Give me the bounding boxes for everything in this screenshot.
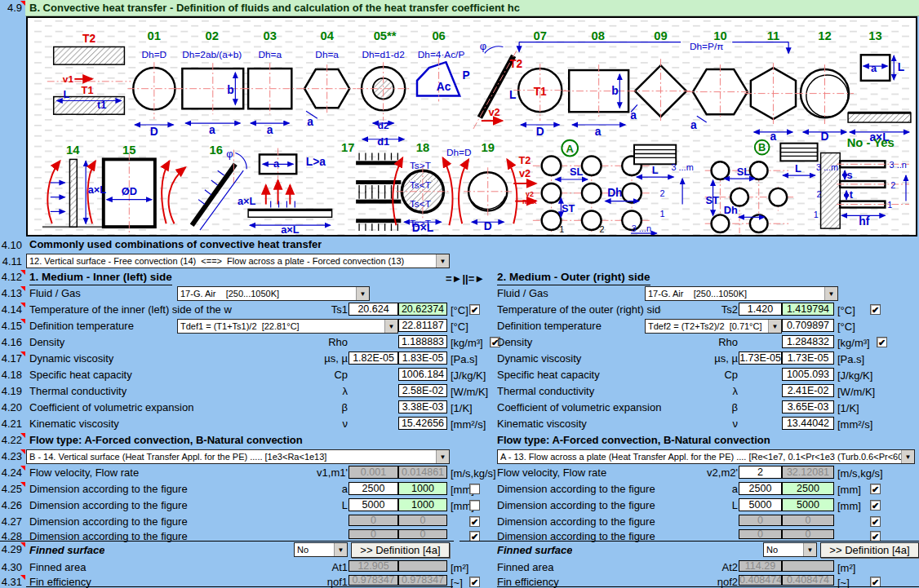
value-cell-left-4-16[interactable]: 1.188883 bbox=[398, 335, 447, 348]
finned-select-left[interactable]: No▼ bbox=[294, 542, 348, 557]
unit-label: [kg/m³] bbox=[837, 337, 870, 350]
diagram-label: L bbox=[795, 162, 801, 175]
diagram-label: 16 bbox=[209, 144, 222, 157]
value-cell-left-4-20[interactable]: 3.38E-03 bbox=[398, 400, 447, 413]
fluid-select-left[interactable]: 17-G. Air [250...1050K]▼ bbox=[177, 286, 370, 301]
flow-type-select-left[interactable]: B - 14. Vertical surface (Heat Transfer … bbox=[26, 449, 450, 464]
comment-flag bbox=[20, 542, 25, 547]
diagram-label: a bbox=[267, 124, 273, 136]
checkbox-right-4-14[interactable]: ✔ bbox=[870, 304, 881, 315]
checkbox-left-4-26[interactable] bbox=[469, 500, 480, 511]
checkbox-right-4-16[interactable]: ✔ bbox=[877, 337, 887, 347]
row-number-4-11: 4.11 bbox=[1, 255, 22, 267]
symbol-right-4-19: λ bbox=[663, 385, 738, 397]
field-label-right-4-20: Coefficient of volumetric expansion bbox=[497, 401, 661, 414]
diagram-label: D bbox=[821, 130, 829, 143]
field-label-left-4-16: Density bbox=[29, 336, 271, 349]
diagram-label: Dh=4·Ac/P bbox=[418, 49, 465, 60]
tdef-select-left[interactable]: Tdef1 = (T1+Ts1)/2 [22.81°C]▼ bbox=[177, 319, 398, 334]
diagram-label: Dh=D bbox=[142, 49, 167, 60]
value-cell-right-4-20[interactable]: 3.65E-03 bbox=[782, 400, 834, 413]
field-label-right-4-16: Density bbox=[497, 336, 661, 349]
comment-flag bbox=[20, 286, 25, 291]
unit-label: [1/K] bbox=[451, 402, 473, 415]
chevron-down-icon[interactable]: ▼ bbox=[803, 543, 816, 556]
value-cell-right-4-17[interactable]: 1.73E-05 bbox=[782, 351, 834, 365]
checkbox-right-4-27[interactable]: ✔ bbox=[870, 516, 881, 527]
input-cell-right-4-17[interactable]: 1.73E-05 bbox=[739, 351, 782, 365]
definition-button-right[interactable]: >> Definition [4a] bbox=[820, 542, 919, 558]
input-cell-right-4-24[interactable]: 2 bbox=[739, 466, 782, 479]
input-cell-right-4-31: 0.408474 bbox=[739, 575, 782, 586]
input-cell-right-4-25[interactable]: 2500 bbox=[739, 482, 782, 495]
comment-flag bbox=[20, 449, 25, 454]
value-cell-left-4-21[interactable]: 15.42656 bbox=[398, 417, 447, 430]
field-label-right-4-27: Dimension according to the figure bbox=[497, 515, 737, 528]
comment-flag bbox=[20, 575, 25, 580]
diagram-label: B bbox=[758, 141, 766, 153]
diagram-label: Ts<T bbox=[410, 199, 431, 210]
combination-select[interactable]: 12. Vertical surface - Free convection (… bbox=[26, 254, 450, 268]
finned-select-right[interactable]: No▼ bbox=[763, 542, 817, 557]
unit-label: [m/s,kg/s] bbox=[451, 467, 496, 480]
value-cell-right-4-30 bbox=[782, 560, 834, 572]
chevron-down-icon[interactable]: ▼ bbox=[436, 254, 449, 267]
unit-label: [mm] bbox=[837, 500, 861, 513]
chevron-down-icon[interactable]: ▼ bbox=[334, 543, 347, 556]
value-cell-right-4-18[interactable]: 1005.093 bbox=[782, 368, 834, 381]
row-number-4-13: 4.13 bbox=[1, 287, 22, 299]
field-label-right-4-19: Thermal conductivity bbox=[497, 385, 661, 398]
diagram-label: v1 bbox=[63, 73, 74, 85]
input-cell-left-4-25[interactable]: 2500 bbox=[349, 482, 398, 495]
value-cell-left-4-19[interactable]: 2.58E-02 bbox=[398, 384, 447, 397]
value-cell-right-4-21[interactable]: 13.44042 bbox=[782, 417, 834, 430]
chevron-down-icon[interactable]: ▼ bbox=[768, 320, 781, 333]
symbol-right-4-26: L bbox=[663, 499, 738, 511]
diagram-label: ST bbox=[705, 194, 719, 206]
fluid-select-right[interactable]: 17-G. Air [250...1050K]▼ bbox=[645, 286, 838, 301]
chevron-down-icon[interactable]: ▼ bbox=[436, 450, 449, 463]
checkbox-left-4-31[interactable]: ✔ bbox=[469, 577, 480, 587]
checkbox-left-4-25[interactable] bbox=[469, 484, 480, 494]
input-cell-left-4-14[interactable]: 20.624 bbox=[349, 303, 398, 316]
value-cell-right-4-19[interactable]: 2.41E-02 bbox=[782, 384, 834, 397]
chevron-down-icon[interactable]: ▼ bbox=[356, 287, 369, 300]
symbol-left-4-14: Ts1 bbox=[273, 303, 348, 316]
diagram-label: SL bbox=[570, 166, 584, 178]
value-cell-left-4-18[interactable]: 1006.184 bbox=[398, 368, 447, 381]
field-label-left-4-26: Dimension according to the figure bbox=[29, 499, 271, 512]
input-cell-right-4-14[interactable]: 1.420 bbox=[739, 303, 782, 316]
chevron-down-icon[interactable]: ▼ bbox=[384, 320, 397, 333]
value-cell-left-4-27: 0 bbox=[398, 515, 447, 526]
field-label-right-4-26: Dimension according to the figure bbox=[497, 499, 661, 512]
tdef-select-right-value: Tdef2 = (T2+Ts2)/2 [0.71°C] bbox=[646, 320, 768, 333]
value-cell-right-4-15[interactable]: 0.709897 bbox=[782, 319, 834, 332]
value-cell-right-4-16[interactable]: 1.284832 bbox=[782, 335, 834, 348]
diagram-label: d1 bbox=[377, 135, 389, 148]
row-number-4-24: 4.24 bbox=[1, 466, 22, 479]
row-number-4-29: 4.29 bbox=[1, 543, 22, 555]
value-cell-left-4-15[interactable]: 22.81187 bbox=[398, 319, 447, 332]
value-cell-left-4-26: 1000 bbox=[398, 498, 447, 511]
field-label-left-4-17: Dynamic viscosity bbox=[29, 352, 271, 365]
definition-button-left[interactable]: >> Definition [4a] bbox=[351, 542, 450, 558]
chevron-down-icon[interactable]: ▼ bbox=[901, 450, 914, 463]
section-header-right-4-12: 2. Medium - Outer (right) side bbox=[497, 271, 650, 285]
value-cell-left-4-17[interactable]: 1.83E-05 bbox=[398, 351, 447, 365]
chevron-down-icon[interactable]: ▼ bbox=[824, 287, 837, 300]
symbol-left-4-19: λ bbox=[273, 385, 348, 397]
input-cell-left-4-27: 0 bbox=[349, 515, 398, 526]
checkbox-left-4-27[interactable]: ✔ bbox=[469, 516, 480, 527]
flow-type-select-right[interactable]: A - 13. Flow across a plate (Heat Transf… bbox=[497, 449, 915, 464]
row-number-4-20: 4.20 bbox=[1, 401, 22, 413]
input-cell-right-4-26[interactable]: 5000 bbox=[739, 498, 782, 511]
checkbox-right-4-26[interactable]: ✔ bbox=[870, 500, 881, 511]
checkbox-left-4-14[interactable]: ✔ bbox=[469, 304, 480, 315]
tdef-select-right[interactable]: Tdef2 = (T2+Ts2)/2 [0.71°C]▼ bbox=[645, 319, 782, 334]
input-cell-left-4-17[interactable]: 1.82E-05 bbox=[349, 351, 398, 365]
input-cell-left-4-26[interactable]: 5000 bbox=[349, 498, 398, 511]
diagram-label: φ bbox=[480, 40, 486, 52]
checkbox-right-4-25[interactable]: ✔ bbox=[870, 484, 881, 494]
fluid-select-right-value: 17-G. Air [250...1050K] bbox=[646, 287, 824, 300]
diagram-label: 07 bbox=[534, 29, 547, 42]
